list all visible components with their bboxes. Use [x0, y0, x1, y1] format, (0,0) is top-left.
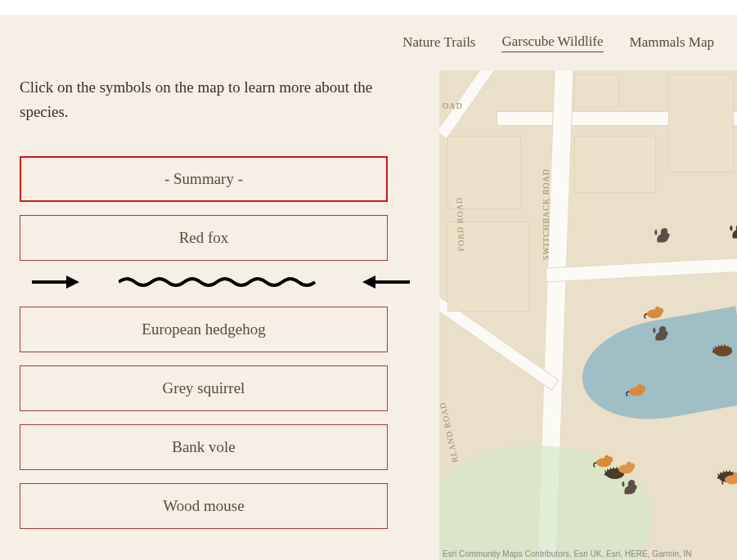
- mouse-marker-icon[interactable]: [644, 303, 667, 321]
- squirrel-marker-icon[interactable]: [726, 222, 737, 240]
- sidebar: Click on the symbols on the map to learn…: [0, 70, 439, 560]
- instruction-text: Click on the symbols on the map to learn…: [20, 75, 412, 125]
- squirrel-marker-icon[interactable]: [618, 477, 640, 495]
- nav-mammals-map[interactable]: Mammals Map: [630, 34, 714, 51]
- mouse-marker-icon[interactable]: [626, 381, 649, 399]
- arrow-left-icon: [362, 274, 411, 290]
- map-panel[interactable]: oad Switchback Road ford Road rland Road…: [439, 70, 737, 560]
- mouse-marker-icon[interactable]: [721, 469, 737, 487]
- divider-squiggle: [8, 274, 434, 290]
- nav-nature-trails[interactable]: Nature Trails: [402, 34, 475, 51]
- summary-button[interactable]: - Summary -: [20, 156, 388, 202]
- svg-marker-3: [362, 276, 375, 289]
- map-attribution: Esri Community Maps Contributors, Esri U…: [443, 549, 692, 558]
- hedgehog-marker-icon[interactable]: [711, 340, 734, 358]
- grey-squirrel-button[interactable]: Grey squirrel: [20, 365, 388, 411]
- european-hedgehog-button[interactable]: European hedgehog: [20, 307, 388, 352]
- mouse-marker-icon[interactable]: [615, 459, 638, 477]
- map-road: [546, 257, 737, 282]
- map-background: oad Switchback Road ford Road rland Road: [439, 70, 737, 560]
- top-white-bar: [0, 0, 737, 15]
- arrow-right-icon: [30, 274, 79, 290]
- road-label: oad: [443, 101, 463, 110]
- road-label-ford: ford Road: [455, 197, 465, 252]
- main-content: Click on the symbols on the map to learn…: [0, 70, 737, 560]
- nav-garscube-wildlife[interactable]: Garscube Wildlife: [501, 34, 603, 52]
- squiggle-icon: [119, 274, 323, 290]
- breadcrumb-nav: Nature Trails Garscube Wildlife Mammals …: [0, 15, 737, 70]
- road-label-rland: rland Road: [439, 401, 460, 464]
- wood-mouse-button[interactable]: Wood mouse: [20, 483, 388, 529]
- map-block: [668, 74, 734, 172]
- red-fox-button[interactable]: Red fox: [20, 215, 388, 261]
- map-block: [574, 74, 619, 107]
- squirrel-marker-icon[interactable]: [650, 226, 673, 244]
- road-label-switchback: Switchback Road: [542, 168, 551, 260]
- bank-vole-button[interactable]: Bank vole: [20, 424, 388, 470]
- map-block: [574, 136, 656, 193]
- squirrel-marker-icon[interactable]: [649, 324, 672, 342]
- svg-marker-1: [66, 276, 79, 289]
